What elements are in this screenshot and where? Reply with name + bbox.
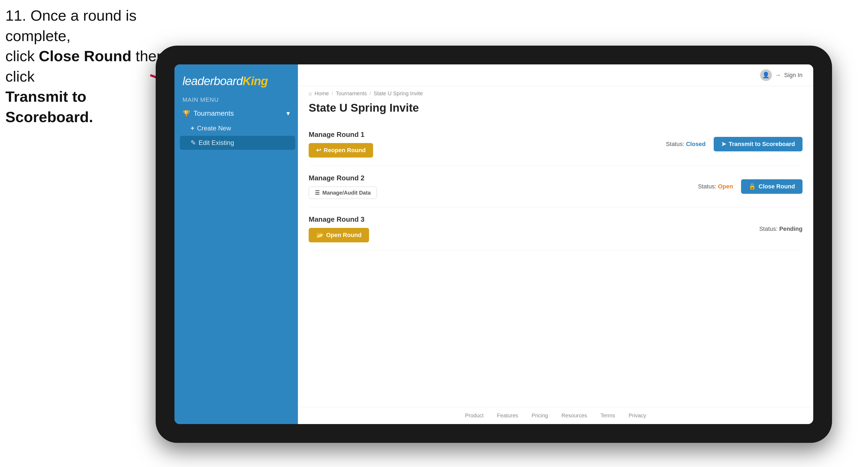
breadcrumb-sep2: / (370, 90, 371, 97)
footer-product[interactable]: Product (465, 412, 484, 419)
logo-area: leaderboardKing (175, 64, 298, 92)
tournaments-label: Tournaments (193, 109, 234, 118)
trophy-icon (183, 109, 190, 118)
tablet-device: leaderboardKing MAIN MENU Tournaments Cr… (156, 45, 832, 443)
round-1-status-value: Closed (686, 141, 706, 147)
footer-privacy[interactable]: Privacy (628, 412, 646, 419)
sign-in-area[interactable]: 👤 → Sign In (760, 69, 803, 81)
sidebar: leaderboardKing MAIN MENU Tournaments Cr… (175, 64, 298, 424)
transmit-icon: ➤ (721, 141, 726, 148)
round-3-section: Manage Round 3 📂 Open Round Status: Pend… (309, 207, 803, 251)
round-2-title: Manage Round 2 (309, 174, 377, 182)
page-title: State U Spring Invite (309, 101, 803, 114)
chevron-down-icon (286, 109, 290, 118)
transmit-scoreboard-label: Transmit to Scoreboard (729, 141, 795, 148)
edit-existing-label: Edit Existing (198, 139, 234, 147)
reopen-round-button[interactable]: ↩ Reopen Round (309, 143, 373, 158)
home-icon: ⌂ (309, 90, 312, 97)
signin-icon: → (775, 72, 781, 79)
footer-resources[interactable]: Resources (561, 412, 587, 419)
create-new-label: Create New (197, 125, 231, 132)
footer-terms[interactable]: Terms (600, 412, 615, 419)
main-menu-label: MAIN MENU (175, 92, 298, 105)
breadcrumb-home[interactable]: Home (315, 90, 329, 97)
sidebar-item-edit-existing[interactable]: Edit Existing (180, 136, 295, 150)
logo-king: King (243, 74, 268, 88)
logo-leaderboard: leaderboard (183, 74, 243, 88)
sidebar-item-tournaments[interactable]: Tournaments (175, 105, 298, 121)
manage-audit-button[interactable]: ☰ Manage/Audit Data (309, 187, 377, 199)
close-round-label: Close Round (758, 183, 795, 190)
open-round-label: Open Round (326, 231, 362, 239)
round-3-title: Manage Round 3 (309, 215, 369, 224)
round-2-section: Manage Round 2 ☰ Manage/Audit Data Statu… (309, 166, 803, 207)
footer-features[interactable]: Features (497, 412, 518, 419)
reopen-icon: ↩ (316, 147, 321, 154)
breadcrumb-current: State U Spring Invite (374, 90, 423, 97)
user-icon: 👤 (762, 72, 770, 79)
open-round-button[interactable]: 📂 Open Round (309, 228, 369, 242)
transmit-emphasis: Transmit to Scoreboard. (5, 88, 93, 125)
tablet-screen: leaderboardKing MAIN MENU Tournaments Cr… (175, 64, 813, 424)
reopen-round-label: Reopen Round (324, 147, 366, 154)
sidebar-item-create-new[interactable]: Create New (177, 121, 298, 135)
instruction-text: 11. Once a round is complete, click Clos… (5, 5, 166, 127)
close-icon: 🔒 (749, 183, 756, 190)
page-body: State U Spring Invite Manage Round 1 ↩ R… (298, 99, 813, 407)
round-1-section: Manage Round 1 ↩ Reopen Round Status: Cl… (309, 122, 803, 166)
open-icon: 📂 (316, 231, 323, 239)
transmit-scoreboard-button[interactable]: ➤ Transmit to Scoreboard (714, 137, 803, 151)
avatar: 👤 (760, 69, 772, 81)
main-content: 👤 → Sign In ⌂ Home / Tournaments / State… (298, 64, 813, 424)
round-3-status: Status: Pending (759, 225, 803, 232)
plus-icon (191, 125, 194, 132)
edit-icon (191, 139, 196, 147)
breadcrumb-sep1: / (332, 90, 333, 97)
close-round-button[interactable]: 🔒 Close Round (741, 179, 803, 194)
close-round-emphasis: Close Round (39, 48, 131, 64)
round-1-status: Status: Closed (666, 141, 706, 148)
round-1-title: Manage Round 1 (309, 130, 373, 139)
app-layout: leaderboardKing MAIN MENU Tournaments Cr… (175, 64, 813, 424)
round-2-status-value: Open (718, 183, 733, 190)
logo: leaderboardKing (183, 75, 290, 87)
sidebar-submenu: Create New Edit Existing (175, 121, 298, 150)
round-3-status-value: Pending (779, 225, 803, 232)
round-2-status: Status: Open (698, 183, 733, 190)
header: 👤 → Sign In (298, 64, 813, 86)
breadcrumb: ⌂ Home / Tournaments / State U Spring In… (298, 86, 813, 99)
footer: Product Features Pricing Resources Terms… (298, 407, 813, 424)
sign-in-label: Sign In (784, 72, 803, 79)
audit-icon: ☰ (315, 189, 320, 196)
manage-audit-label: Manage/Audit Data (322, 190, 371, 196)
footer-pricing[interactable]: Pricing (532, 412, 548, 419)
breadcrumb-tournaments[interactable]: Tournaments (336, 90, 367, 97)
